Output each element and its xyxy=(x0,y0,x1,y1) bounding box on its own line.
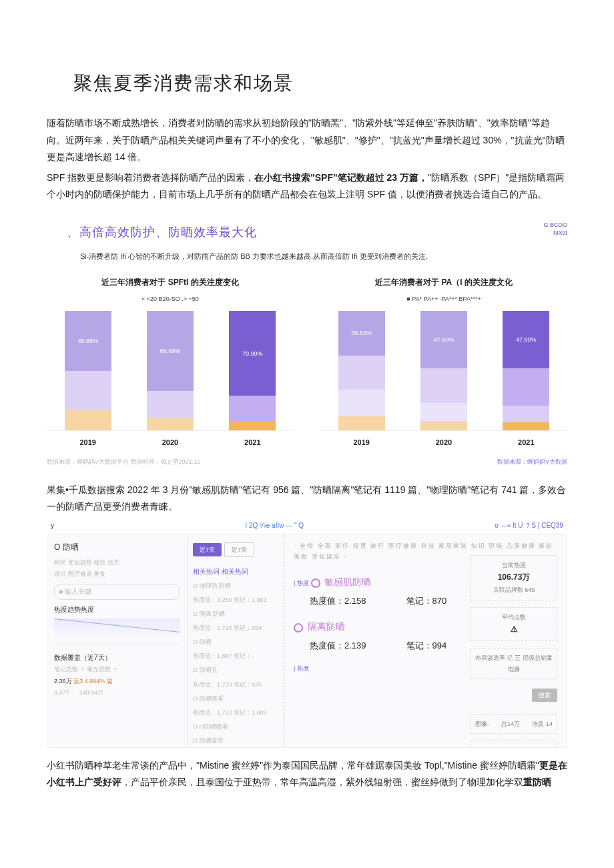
left-n3: 140.94万 xyxy=(79,689,104,696)
right-card-column: 当前热度 106.73万 关联品牌数 649 平均点数 ⚠ 布局渗透率 亿 三 … xyxy=(471,555,557,748)
dashboard-screenshot: y I 2Q ⁵⁄₈e aIIw — ˜ Q o —« ft U ？S | CE… xyxy=(47,520,567,748)
top-right: o —« ft U ？S | CEQ39 xyxy=(495,520,563,532)
f1r: 涉及·14 xyxy=(532,719,553,729)
mid-item[interactable]: O 防晒 xyxy=(193,636,278,648)
keyword-1[interactable]: 敏感肌防晒 xyxy=(324,576,371,587)
f2r: 涉及 31 xyxy=(532,745,553,748)
top-mid: I 2Q ⁵⁄₈e aIIw — ˜ Q xyxy=(245,520,303,532)
f1l: 图像- xyxy=(475,719,489,729)
bar-2020: 66.89% xyxy=(147,311,194,430)
x-2019: 2019 xyxy=(65,436,111,450)
f2m: 总 3.96 万 xyxy=(496,745,523,748)
chart-spf-xlabels: 2019 2020 2021 xyxy=(47,436,294,450)
dash-mid-panel: 近7天近7天 相关热词 相关热词 O 物理防 防晒 热度值：3,250 笔记：1… xyxy=(188,535,284,747)
mid-item: 热度值：1,733 笔记：1,006 xyxy=(193,707,278,719)
pa-bar-2019: 36.83% xyxy=(338,311,385,430)
section-title: 、高倍高效防护、防晒效率最大化 xyxy=(67,222,257,243)
mid-item: 热度值：1,733 笔记：826 xyxy=(193,679,278,691)
chart-spf-title: 近三年消费者对于 SPFtI 的关注度变化 xyxy=(47,276,294,290)
brand-line-2: MXttt xyxy=(543,230,567,238)
mid-pill-2[interactable]: 近7天 xyxy=(224,542,254,557)
bar-2019: 49.88% xyxy=(65,311,111,430)
circle-icon xyxy=(311,578,320,588)
chart-pa: 近三年消费者对于 PA（I 的关注度文化 ■ PA* PA++ ·PA*+* B… xyxy=(320,276,567,450)
left-search-input[interactable]: ■ 输入关键 xyxy=(54,584,180,600)
sparkline xyxy=(54,618,180,645)
hot-tag-2: | 热度 xyxy=(294,665,309,672)
mid-pill[interactable]: 近7天 xyxy=(193,543,222,556)
charts-row: 近三年消费者对于 SPFtI 的关注度变化 « <20 B20-SO .> =5… xyxy=(47,276,567,450)
chart-pa-xlabels: 2019 2020 2021 xyxy=(320,436,567,450)
bar-2020-label: 66.89% xyxy=(160,346,181,356)
mid-item[interactable]: O 防晒喷雾 xyxy=(193,693,278,705)
pa-bar-2021: 47.90% xyxy=(503,311,549,430)
f1m: 总14万 xyxy=(501,719,520,729)
left-n2: 9,477 xyxy=(54,689,69,696)
left-spread-sub: 笔记总数 ✧ 曝光总数 ✧ xyxy=(54,664,180,675)
mid-item: 热度值：2,720 笔记：994 xyxy=(193,622,278,634)
intro-paragraph-1: 随着防晒市场不断成熟增长，消费者对防晒的需求从初始阶段的"防晒黑"、"防紫外线"… xyxy=(47,115,567,165)
r-card-1: 当前热度 106.73万 关联品牌数 649 xyxy=(471,555,557,600)
x-2020: 2020 xyxy=(147,436,194,450)
intro-paragraph-2: SPF 指数更是影响着消费者选择防晒产品的因素，在小红书搜索"SPF"笔记数超过… xyxy=(47,169,567,203)
r-card-3: 布局渗透率 亿 三 层级总销量电脑 xyxy=(471,648,557,679)
bar-2019-label: 49.88% xyxy=(77,336,98,346)
pa-x-2021: 2021 xyxy=(503,436,549,450)
mid-list: O 物理防 防晒 热度值：3,250 笔记：1,302 O 隔离 防晒 热度值：… xyxy=(193,580,278,747)
source-left: 数据来源：蝉妈妈V大数据平台 数据时间：截止至2021.12 xyxy=(47,456,200,467)
dash-left-panel: O 防晒 时尚 变化趋势 精致 漂亮 设计 医疗健康 美食 ■ 输入关键 热度趋… xyxy=(47,535,188,747)
chart-source-row: 数据来源：蝉妈妈V大数据平台 数据时间：截止至2021.12 数据来源：蝉妈妈V… xyxy=(47,456,567,467)
bp-d: 重防晒 xyxy=(523,777,551,787)
mid-item[interactable]: O nl防晒喷雾 xyxy=(193,721,278,733)
search-button[interactable]: 搜索 xyxy=(532,689,557,702)
bp-a: 小红书防晒种草老生常谈的产品中，"Mistine 蜜丝婷"作为泰国国民品牌，常年… xyxy=(47,760,539,771)
pa-2021-label: 47.90% xyxy=(516,334,537,345)
pa-2020-label: 47.60% xyxy=(434,334,454,345)
mid-head: 相关热词 相关热词 xyxy=(193,566,278,578)
brand-tag: G BCDO MXttt xyxy=(543,222,567,237)
source-right: 数据来源：蝉妈妈V大数据 xyxy=(497,456,567,467)
f2l: 好的 xyxy=(475,745,487,748)
pa-bar-2020: 47.60% xyxy=(420,311,467,430)
kw2-hot: 热度值：2.139 xyxy=(310,638,366,653)
left-n1b: 营3 4.994% 篇 xyxy=(73,678,113,685)
bottom-paragraph: 小红书防晒种草老生常谈的产品中，"Mistine 蜜丝婷"作为泰国国民品牌，常年… xyxy=(47,757,567,791)
left-hot-title: 热度趋势热度 xyxy=(54,604,180,616)
bar-2021: 70.99% xyxy=(229,311,276,430)
pa-2019-label: 36.83% xyxy=(351,328,372,338)
mid-item: 热度值：3,250 笔记：1,302 xyxy=(193,594,278,606)
circle-icon xyxy=(294,623,303,632)
dash-right-panel: - 全情 全部 商行 投度 旅行 医疗健康 科技 家居家装 知识 职场 品质健康… xyxy=(284,535,567,747)
mid-item[interactable]: O 隔离 防晒 xyxy=(193,608,278,620)
mid-item: 热度值：1,867 笔记：- xyxy=(193,650,278,662)
left-spread-title: 数据覆盖（近7天） xyxy=(54,652,180,664)
chart-spf-bars: 49.88% 66.89% 70.99% xyxy=(47,311,294,431)
rc1-label: 当前热度 xyxy=(475,560,553,570)
r-foot-2: 好的 总 3.96 万 涉及 31 xyxy=(471,741,557,748)
rc1-sub: 关联品牌数 649 xyxy=(475,584,553,595)
left-title: O 防晒 xyxy=(54,540,180,555)
x-2021: 2021 xyxy=(229,436,276,450)
left-n1: 2.36万 xyxy=(54,678,72,685)
brand-line-1: G BCDO xyxy=(543,222,567,230)
rc3-text: 布局渗透率 亿 三 层级总销量电脑 xyxy=(475,653,553,674)
mid-item[interactable]: O 防晒蓝荐 xyxy=(193,735,278,747)
chart-spf-legend: « <20 B20-SO .> =50 xyxy=(47,294,294,304)
bp-c: ，产品平价亲民，且泰国位于亚热带，常年高温高湿，紫外线辐射强，蜜丝婷做到了物理加… xyxy=(121,777,523,787)
chart-pa-bars: 36.83% 47.60% 47.90% xyxy=(320,311,567,431)
mid-item[interactable]: O 物理防 防晒 xyxy=(193,580,278,592)
chart-pa-legend: ■ PA* PA++ ·PA*+* BPA***+ xyxy=(320,294,567,304)
kw1-note: 笔记：870 xyxy=(406,593,447,608)
section-subnote: Si-消费者防 Ifi 心智的不断升级，对防雨产品的防 BB 力要求也越来越高.… xyxy=(80,250,567,264)
kw2-note: 笔记：994 xyxy=(406,638,447,653)
page-title: 聚焦夏季消费需求和场景 xyxy=(73,67,567,100)
rc2-value: ⚠ xyxy=(475,622,553,637)
rc2-label: 平均点数 xyxy=(475,612,553,622)
keyword-2[interactable]: 隔离防晒 xyxy=(308,621,345,632)
mid-item[interactable]: O 防晒孔 xyxy=(193,665,278,676)
chart-pa-title: 近三年消费者对于 PA（I 的关注度文化 xyxy=(320,276,567,290)
rc1-value: 106.73万 xyxy=(475,570,553,585)
p2-highlight: 在小红书搜索"SPF"笔记数超过 23 万篇， xyxy=(254,172,428,183)
top-y: y xyxy=(51,520,54,532)
search-stats-paragraph: 果集•千瓜数据搜索 2022 年 3 月份"敏感肌防晒"笔记有 956 篇、"防… xyxy=(47,482,567,515)
